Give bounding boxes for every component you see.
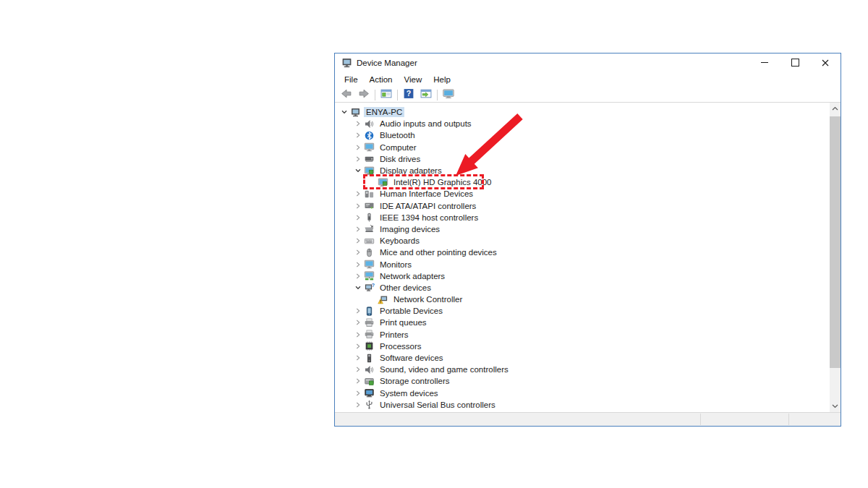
audio-icon xyxy=(364,365,375,374)
forward-arrow-button[interactable] xyxy=(355,88,373,102)
chevron-collapsed-icon[interactable] xyxy=(353,130,363,140)
menu-item-help[interactable]: Help xyxy=(427,73,456,86)
tree-item-printers[interactable]: Printers xyxy=(335,329,830,341)
show-console-tree-button[interactable] xyxy=(378,88,395,102)
svg-text:?: ? xyxy=(372,283,375,288)
chevron-collapsed-icon[interactable] xyxy=(353,388,363,398)
status-bar xyxy=(335,412,841,426)
tree-item-ide-ata-atapi-controllers[interactable]: IDE ATA/ATAPI controllers xyxy=(335,200,830,212)
chevron-collapsed-icon[interactable] xyxy=(353,376,363,386)
chevron-expanded-icon[interactable] xyxy=(353,283,363,293)
tree-item-mice-and-other-pointing-devices[interactable]: Mice and other pointing devices xyxy=(335,247,830,258)
computer-pc-icon xyxy=(350,108,361,117)
chevron-collapsed-icon[interactable] xyxy=(353,330,363,340)
help-icon: ? xyxy=(403,88,414,102)
tree-item-computer[interactable]: Computer xyxy=(335,142,830,153)
scroll-up-button[interactable] xyxy=(830,103,841,114)
tree-item-disk-drives[interactable]: Disk drives xyxy=(335,153,830,165)
chevron-collapsed-icon[interactable] xyxy=(353,341,363,351)
tree-item-network-controller[interactable]: Network Controller xyxy=(335,294,830,305)
chevron-collapsed-icon[interactable] xyxy=(353,247,363,257)
tree-item-label: Processors xyxy=(378,341,424,351)
chevron-collapsed-icon[interactable] xyxy=(353,306,363,316)
menu-item-action[interactable]: Action xyxy=(364,73,399,86)
chevron-collapsed-icon[interactable] xyxy=(353,271,363,281)
chevron-collapsed-icon[interactable] xyxy=(353,236,363,246)
tree-item-other-devices[interactable]: ?Other devices xyxy=(335,282,830,294)
chevron-up-icon xyxy=(832,106,838,111)
tree-item-bluetooth[interactable]: Bluetooth xyxy=(335,129,830,141)
tree-item-label: Computer xyxy=(378,142,419,153)
window-title: Device Manager xyxy=(357,59,417,67)
hid-icon xyxy=(364,189,375,199)
back-arrow-icon xyxy=(341,88,352,102)
maximize-icon xyxy=(791,59,799,67)
chevron-collapsed-icon[interactable] xyxy=(353,400,363,410)
chevron-collapsed-icon[interactable] xyxy=(353,201,363,211)
tree-item-universal-serial-bus-controllers[interactable]: Universal Serial Bus controllers xyxy=(335,399,830,411)
help-button[interactable]: ? xyxy=(400,88,417,102)
window-controls xyxy=(749,53,841,72)
tree-item-software-devices[interactable]: Software devices xyxy=(335,352,830,364)
tree-item-sound-video-and-game-controllers[interactable]: Sound, video and game controllers xyxy=(335,364,830,375)
close-button[interactable] xyxy=(810,53,841,72)
tree-item-audio-inputs-and-outputs[interactable]: Audio inputs and outputs xyxy=(335,118,830,129)
minimize-button[interactable] xyxy=(749,53,780,72)
tree-item-ieee-1394-host-controllers[interactable]: IEEE 1394 host controllers xyxy=(335,212,830,223)
show-action-pane-button[interactable] xyxy=(417,88,435,102)
tree-item-intel-r-hd-graphics-4000[interactable]: Intel(R) HD Graphics 4000 xyxy=(335,176,830,188)
maximize-button[interactable] xyxy=(780,53,810,72)
device-tree-panel: ENYA-PCAudio inputs and outputsBluetooth… xyxy=(335,103,841,412)
tree-item-label: Bluetooth xyxy=(378,130,417,140)
imaging-icon xyxy=(364,224,375,234)
tree-item-label: Keyboards xyxy=(378,236,422,246)
tree-item-label: IDE ATA/ATAPI controllers xyxy=(378,201,478,211)
tree-item-system-devices[interactable]: System devices xyxy=(335,388,830,399)
forward-arrow-icon xyxy=(358,88,370,102)
chevron-collapsed-icon[interactable] xyxy=(353,154,363,164)
chevron-expanded-icon[interactable] xyxy=(353,166,363,176)
processor-icon xyxy=(364,341,375,351)
vertical-scrollbar[interactable] xyxy=(830,103,841,412)
tree-item-label: Monitors xyxy=(378,260,414,270)
chevron-collapsed-icon[interactable] xyxy=(353,364,363,374)
chevron-collapsed-icon[interactable] xyxy=(353,260,363,270)
tree-item-storage-controllers[interactable]: Storage controllers xyxy=(335,375,830,387)
menu-item-view[interactable]: View xyxy=(399,73,428,86)
monitor-icon xyxy=(364,260,375,269)
statusbar-divider xyxy=(700,414,701,425)
tree-item-enya-pc[interactable]: ENYA-PC xyxy=(335,106,830,118)
chevron-collapsed-icon[interactable] xyxy=(353,224,363,234)
chevron-down-icon xyxy=(832,404,838,408)
chevron-collapsed-icon[interactable] xyxy=(353,189,363,199)
tree-item-human-interface-devices[interactable]: Human Interface Devices xyxy=(335,188,830,200)
tree-item-imaging-devices[interactable]: Imaging devices xyxy=(335,223,830,235)
scan-hardware-changes-button[interactable] xyxy=(440,88,457,102)
tree-item-network-adapters[interactable]: Network adapters xyxy=(335,270,830,282)
system-device-icon xyxy=(364,388,375,398)
device-manager-window: Device Manager FileActionViewHelp ? ENYA… xyxy=(334,53,841,427)
device-manager-icon xyxy=(341,58,352,68)
chevron-expanded-icon[interactable] xyxy=(339,107,349,117)
menu-item-file[interactable]: File xyxy=(339,73,364,86)
chevron-collapsed-icon[interactable] xyxy=(353,213,363,223)
tree-item-display-adapters[interactable]: Display adapters xyxy=(335,165,830,176)
scrollbar-thumb[interactable] xyxy=(830,116,841,368)
chevron-collapsed-icon[interactable] xyxy=(353,119,363,129)
tree-item-portable-devices[interactable]: Portable Devices xyxy=(335,305,830,317)
menu-bar: FileActionViewHelp xyxy=(335,72,841,87)
chevron-collapsed-icon[interactable] xyxy=(353,317,363,328)
desktop-background: { "window": { "title": "Device Manager",… xyxy=(0,0,868,488)
chevron-spacer xyxy=(367,294,377,304)
back-arrow-button[interactable] xyxy=(338,88,355,102)
chevron-collapsed-icon[interactable] xyxy=(353,353,363,363)
scroll-down-button[interactable] xyxy=(830,401,841,412)
tree-item-label: Printers xyxy=(378,330,411,340)
tree-item-print-queues[interactable]: Print queues xyxy=(335,317,830,328)
tree-item-processors[interactable]: Processors xyxy=(335,341,830,352)
printer-icon xyxy=(364,330,375,339)
chevron-collapsed-icon[interactable] xyxy=(353,142,363,153)
tree-item-keyboards[interactable]: Keyboards xyxy=(335,235,830,247)
tree-item-monitors[interactable]: Monitors xyxy=(335,258,830,270)
tree-item-label: ENYA-PC xyxy=(364,107,404,117)
